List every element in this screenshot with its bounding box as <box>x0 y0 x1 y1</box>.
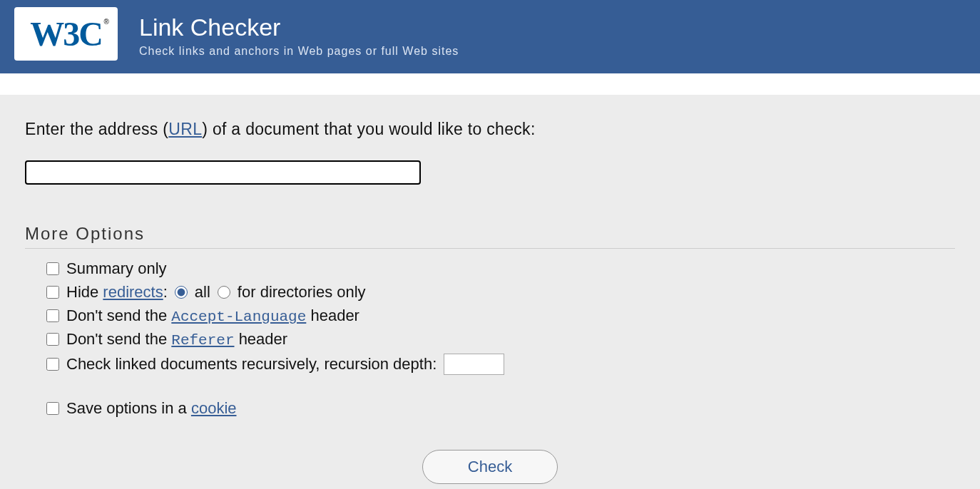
page-subtitle: Check links and anchors in Web pages or … <box>139 45 459 58</box>
title-block: Link Checker Check links and anchors in … <box>139 10 459 58</box>
cookie-link[interactable]: cookie <box>191 399 237 417</box>
no-referer-checkbox[interactable] <box>46 333 59 346</box>
url-definition-link[interactable]: URL <box>168 120 202 138</box>
redirects-all-label: all <box>195 283 210 302</box>
logo-text: W3C <box>30 15 102 53</box>
w3c-logo[interactable]: W3C® <box>14 7 118 61</box>
recursive-label: Check linked documents recursively, recu… <box>66 355 437 374</box>
options-block: Summary only Hide redirects: all for dir… <box>25 259 955 418</box>
no-referer-option: Don't send the Referer header <box>46 330 955 349</box>
url-input[interactable] <box>25 160 421 185</box>
referer-link[interactable]: Referer <box>171 332 234 349</box>
redirects-dirs-label: for directories only <box>238 283 366 302</box>
no-accept-language-checkbox[interactable] <box>46 309 59 322</box>
registered-mark: ® <box>103 19 108 26</box>
redirects-all-radio[interactable] <box>175 286 188 299</box>
recursive-option: Check linked documents recursively, recu… <box>46 354 955 375</box>
redirects-link[interactable]: redirects <box>103 283 163 301</box>
accept-language-link[interactable]: Accept-Language <box>171 309 306 325</box>
options-divider <box>25 248 955 249</box>
page-title: Link Checker <box>139 14 459 41</box>
redirects-dirs-radio[interactable] <box>218 286 230 299</box>
more-options-heading: More Options <box>25 224 955 244</box>
summary-only-option: Summary only <box>46 259 955 278</box>
hide-redirects-checkbox[interactable] <box>46 286 59 299</box>
hide-redirects-option: Hide redirects: all for directories only <box>46 283 955 302</box>
recursion-depth-input[interactable] <box>444 354 504 375</box>
recursive-checkbox[interactable] <box>46 358 59 371</box>
url-prompt: Enter the address (URL) of a document th… <box>25 120 955 139</box>
summary-only-checkbox[interactable] <box>46 262 59 275</box>
submit-row: Check <box>25 450 955 484</box>
save-cookie-checkbox[interactable] <box>46 402 59 415</box>
header-banner: W3C® Link Checker Check links and anchor… <box>0 0 980 73</box>
main-form-area: Enter the address (URL) of a document th… <box>0 95 980 489</box>
no-accept-language-option: Don't send the Accept-Language header <box>46 307 955 325</box>
save-cookie-option: Save options in a cookie <box>46 399 955 418</box>
check-button[interactable]: Check <box>422 450 558 484</box>
summary-only-label: Summary only <box>66 259 167 278</box>
